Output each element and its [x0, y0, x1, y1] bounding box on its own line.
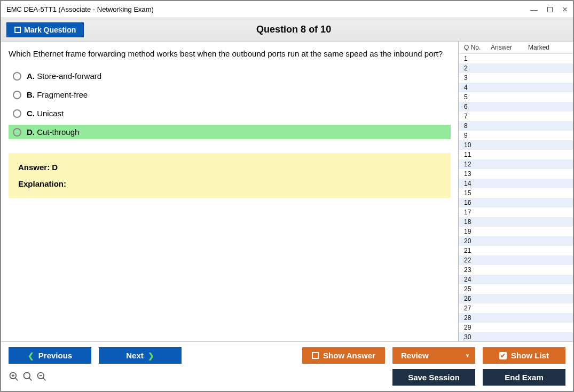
answer-box: Answer: D Explanation:	[9, 153, 451, 198]
option-c[interactable]: C. Unicast	[9, 106, 451, 121]
check-icon: ✔	[499, 352, 507, 359]
zoom-in-icon[interactable]	[22, 371, 33, 383]
list-item[interactable]: 21	[459, 246, 573, 255]
list-item[interactable]: 8	[459, 121, 573, 131]
titlebar: EMC DEA-5TT1 (Associate - Networking Exa…	[1, 1, 573, 18]
show-list-button[interactable]: ✔ Show List	[483, 347, 565, 364]
radio-icon	[13, 128, 21, 137]
sidebar-list[interactable]: 1234567891011121314151617181920212223242…	[459, 54, 573, 341]
option-b[interactable]: B. Fragment-free	[9, 87, 451, 102]
chevron-down-icon: ▾	[466, 353, 469, 358]
radio-icon	[13, 91, 21, 99]
list-item[interactable]: 30	[459, 332, 573, 341]
next-button[interactable]: Next ❯	[99, 347, 182, 364]
zoom-out-icon[interactable]	[36, 371, 47, 383]
window-controls: — ×	[530, 4, 568, 15]
explanation-label: Explanation:	[18, 179, 441, 188]
body: Which Ethernet frame forwarding method w…	[1, 42, 573, 341]
question-panel: Which Ethernet frame forwarding method w…	[1, 42, 458, 341]
show-answer-label: Show Answer	[323, 351, 375, 360]
list-item[interactable]: 7	[459, 111, 573, 121]
checkbox-icon	[14, 27, 21, 33]
save-session-label: Save Session	[408, 373, 460, 382]
question-heading: Question 8 of 10	[84, 24, 504, 35]
zoom-controls	[9, 371, 47, 383]
list-item[interactable]: 2	[459, 63, 573, 73]
answer-line: Answer: D	[18, 163, 441, 172]
option-a[interactable]: A. Store-and-forward	[9, 69, 451, 83]
maximize-icon[interactable]	[547, 7, 553, 12]
minimize-icon[interactable]: —	[530, 5, 538, 14]
list-item[interactable]: 16	[459, 198, 573, 207]
list-item[interactable]: 22	[459, 255, 573, 265]
list-item[interactable]: 19	[459, 227, 573, 236]
end-exam-label: End Exam	[505, 373, 544, 382]
mark-question-button[interactable]: Mark Question	[6, 22, 84, 37]
previous-button[interactable]: ❮ Previous	[9, 347, 91, 364]
list-item[interactable]: 3	[459, 73, 573, 83]
list-item[interactable]: 23	[459, 265, 573, 275]
list-item[interactable]: 17	[459, 207, 573, 217]
svg-point-4	[24, 373, 30, 379]
svg-line-5	[29, 378, 32, 381]
checkbox-icon	[312, 352, 319, 359]
list-item[interactable]: 6	[459, 102, 573, 111]
col-answer: Answer	[491, 44, 528, 51]
list-item[interactable]: 10	[459, 140, 573, 150]
list-item[interactable]: 11	[459, 150, 573, 159]
col-qno: Q No.	[464, 44, 491, 51]
radio-icon	[13, 109, 21, 118]
list-item[interactable]: 27	[459, 303, 573, 313]
list-item[interactable]: 29	[459, 323, 573, 332]
option-label: B. Fragment-free	[27, 90, 88, 99]
option-d[interactable]: D. Cut-through	[9, 125, 451, 139]
show-answer-button[interactable]: Show Answer	[302, 347, 385, 364]
list-item[interactable]: 26	[459, 294, 573, 303]
chevron-right-icon: ❯	[148, 351, 154, 360]
sidebar-header: Q No. Answer Marked	[459, 42, 573, 54]
list-item[interactable]: 13	[459, 169, 573, 179]
review-button[interactable]: Review ▾	[392, 347, 475, 364]
options-list: A. Store-and-forward B. Fragment-free C.…	[9, 69, 451, 139]
app-window: EMC DEA-5TT1 (Associate - Networking Exa…	[0, 0, 574, 392]
window-title: EMC DEA-5TT1 (Associate - Networking Exa…	[6, 5, 530, 13]
list-item[interactable]: 24	[459, 275, 573, 284]
svg-line-1	[15, 378, 18, 381]
option-label: C. Unicast	[27, 109, 64, 118]
list-item[interactable]: 4	[459, 83, 573, 92]
list-item[interactable]: 28	[459, 313, 573, 323]
radio-icon	[13, 72, 21, 81]
previous-label: Previous	[38, 351, 72, 360]
question-list-sidebar: Q No. Answer Marked 12345678910111213141…	[458, 42, 573, 341]
list-item[interactable]: 20	[459, 236, 573, 246]
list-item[interactable]: 25	[459, 284, 573, 294]
list-item[interactable]: 1	[459, 54, 573, 63]
show-list-label: Show List	[511, 351, 549, 360]
svg-line-7	[43, 378, 46, 381]
col-marked: Marked	[528, 44, 570, 51]
review-label: Review	[401, 351, 429, 360]
save-session-button[interactable]: Save Session	[392, 369, 475, 386]
bottom-bar: ❮ Previous Next ❯ Show Answer Review ▾ ✔…	[1, 341, 573, 391]
next-label: Next	[126, 351, 144, 360]
list-item[interactable]: 12	[459, 159, 573, 169]
end-exam-button[interactable]: End Exam	[483, 369, 565, 386]
list-item[interactable]: 14	[459, 179, 573, 188]
list-item[interactable]: 9	[459, 131, 573, 140]
chevron-left-icon: ❮	[28, 351, 34, 360]
mark-question-label: Mark Question	[24, 26, 76, 34]
list-item[interactable]: 15	[459, 188, 573, 198]
zoom-reset-icon[interactable]	[9, 371, 19, 383]
option-label: A. Store-and-forward	[27, 71, 101, 81]
option-label: D. Cut-through	[27, 127, 79, 137]
close-icon[interactable]: ×	[562, 4, 568, 15]
question-text: Which Ethernet frame forwarding method w…	[9, 49, 451, 58]
list-item[interactable]: 5	[459, 92, 573, 102]
header-bar: Mark Question Question 8 of 10	[1, 18, 573, 42]
list-item[interactable]: 18	[459, 217, 573, 227]
